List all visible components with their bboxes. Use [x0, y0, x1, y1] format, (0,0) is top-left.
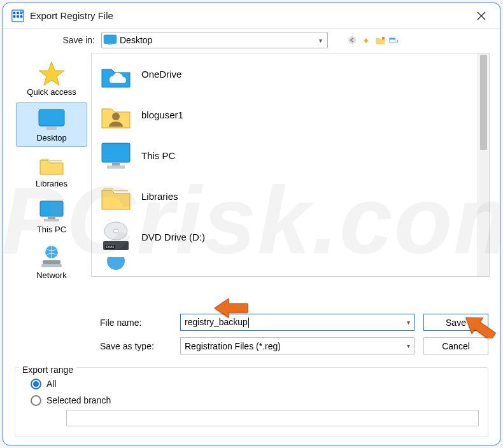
item-label: bloguser1: [141, 109, 183, 120]
network-icon: [36, 243, 67, 270]
item-label: DVD Drive (D:): [141, 232, 205, 242]
mini-toolbar: [347, 35, 399, 45]
window-title: Export Registry File: [30, 10, 113, 21]
save-as-type-combo[interactable]: Registration Files (*.reg) ▾: [180, 337, 414, 354]
cancel-button[interactable]: Cancel: [423, 337, 488, 354]
radio-branch-label: Selected branch: [46, 395, 111, 405]
dvd-drive-icon: DVD: [98, 220, 134, 254]
place-quick-access[interactable]: Quick access: [16, 57, 87, 101]
place-network[interactable]: Network: [16, 240, 87, 284]
filename-value: registry_backup: [185, 317, 248, 327]
svg-rect-16: [39, 109, 64, 126]
save-as-type-value: Registration Files (*.reg): [185, 341, 407, 351]
form-area: File name: registry_backup ▾ Save Save a…: [3, 307, 500, 356]
place-libraries[interactable]: Libraries: [16, 148, 87, 193]
libraries-large-icon: [98, 179, 134, 213]
back-icon[interactable]: [347, 35, 357, 45]
save-in-row: Save in: Desktop ▾: [3, 29, 500, 50]
svg-rect-4: [13, 15, 16, 18]
chevron-down-icon[interactable]: ▾: [407, 319, 410, 326]
svg-text:DVD: DVD: [106, 245, 115, 249]
list-item[interactable]: Libraries: [92, 176, 489, 216]
svg-rect-20: [48, 217, 55, 219]
text-caret: [248, 318, 249, 328]
filename-input[interactable]: registry_backup ▾: [180, 314, 414, 331]
export-range-group: Export range All Selected branch: [15, 358, 488, 437]
this-pc-large-icon: [98, 138, 134, 172]
file-list-pane[interactable]: OneDrive bloguser1 This PC Libraries: [91, 53, 490, 277]
svg-rect-15: [390, 38, 395, 39]
svg-rect-2: [17, 11, 19, 14]
list-item[interactable]: This PC: [92, 135, 489, 176]
svg-point-13: [381, 36, 384, 39]
radio-selected-branch[interactable]: [31, 395, 41, 406]
svg-rect-19: [40, 201, 63, 216]
close-icon: [477, 11, 486, 20]
new-folder-icon[interactable]: [375, 35, 385, 45]
svg-point-25: [112, 113, 120, 120]
scrollbar[interactable]: [478, 53, 489, 276]
svg-point-30: [113, 229, 118, 233]
scrollbar-thumb[interactable]: [480, 55, 487, 150]
svg-rect-18: [46, 127, 57, 130]
svg-point-34: [107, 257, 125, 270]
place-label: Network: [36, 270, 67, 280]
radio-all-label: All: [46, 379, 57, 389]
registry-icon: [11, 9, 25, 23]
svg-rect-28: [107, 165, 125, 169]
this-pc-icon: [36, 197, 67, 224]
save-button-label: Save: [446, 318, 466, 328]
place-label: Desktop: [36, 133, 67, 143]
svg-rect-5: [17, 15, 19, 18]
radio-all-row[interactable]: All: [31, 375, 481, 392]
place-label: Libraries: [36, 179, 67, 188]
save-in-combo[interactable]: Desktop ▾: [101, 32, 328, 48]
svg-rect-10: [108, 44, 112, 45]
star-icon: [36, 60, 67, 87]
place-this-pc[interactable]: This PC: [16, 194, 87, 239]
chevron-down-icon: ▾: [315, 37, 326, 44]
svg-point-11: [348, 36, 356, 44]
list-item[interactable]: OneDrive: [92, 53, 489, 94]
desktop-icon: [36, 106, 67, 132]
save-as-type-label: Save as type:: [100, 341, 171, 351]
svg-rect-26: [102, 143, 130, 162]
network-large-icon: [98, 257, 134, 271]
item-label: OneDrive: [141, 69, 181, 80]
radio-all[interactable]: [31, 379, 41, 389]
svg-rect-1: [13, 11, 16, 14]
dialog-body: Quick access Desktop Libraries This PC: [3, 50, 500, 307]
radio-branch-row[interactable]: Selected branch: [31, 392, 481, 409]
place-desktop[interactable]: Desktop: [16, 102, 87, 147]
titlebar: Export Registry File: [3, 3, 500, 29]
place-label: This PC: [37, 225, 66, 234]
svg-rect-6: [20, 15, 23, 18]
places-bar: Quick access Desktop Libraries This PC: [13, 53, 90, 307]
list-item[interactable]: DVD DVD Drive (D:): [92, 216, 489, 257]
chevron-down-icon[interactable]: ▾: [407, 342, 410, 349]
desktop-icon: [103, 34, 117, 46]
list-item[interactable]: bloguser1: [92, 94, 489, 135]
filename-label: File name:: [100, 318, 171, 328]
up-icon[interactable]: [361, 35, 371, 45]
svg-rect-12: [365, 41, 367, 43]
libraries-icon: [36, 151, 67, 178]
item-label: This PC: [141, 150, 175, 161]
svg-rect-21: [44, 219, 59, 221]
save-in-label: Save in:: [54, 35, 95, 45]
svg-rect-23: [43, 260, 60, 264]
list-item[interactable]: [92, 257, 489, 271]
cancel-button-label: Cancel: [442, 341, 470, 351]
close-button[interactable]: [467, 3, 496, 29]
dialog-window: Export Registry File Save in: Desktop ▾: [3, 3, 500, 445]
save-button[interactable]: Save: [423, 314, 488, 331]
onedrive-icon: [98, 57, 134, 91]
place-label: Quick access: [27, 87, 76, 97]
svg-rect-27: [112, 163, 120, 165]
svg-rect-24: [41, 264, 62, 267]
branch-path-input[interactable]: [66, 410, 479, 426]
svg-rect-8: [104, 35, 117, 44]
save-in-value: Desktop: [120, 35, 315, 45]
export-range-title: Export range: [18, 365, 77, 375]
views-icon[interactable]: [389, 35, 399, 45]
